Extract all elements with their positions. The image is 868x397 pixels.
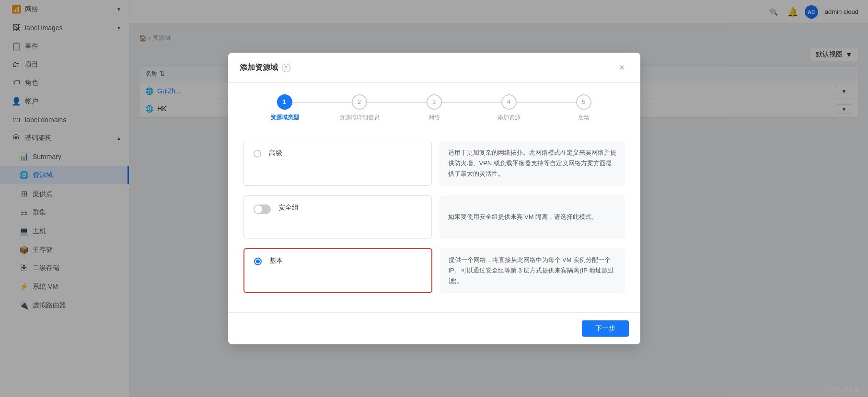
option-desc-basic: 提供一个网络，将直接从此网络中为每个 VM 实例分配一个 IP。可以通过安全组等… (440, 248, 625, 293)
step-label-4: 启动 (578, 113, 590, 122)
option-card-advanced[interactable]: 高级 (243, 141, 432, 186)
option-desc-advanced: 适用于更加复杂的网络拓扑。此网络模式在定义来宾网络并提供防火墙、VPN 或负载平… (440, 141, 625, 186)
modal-title: 添加资源域 ? (240, 63, 290, 73)
step-circle-3: 4 (501, 94, 517, 110)
option-label-advanced: 高级 (269, 149, 282, 158)
step-circle-1: 2 (352, 94, 367, 110)
step-2: 3 网络 (397, 94, 472, 122)
option-row-basic: 基本 提供一个网络，将直接从此网络中为每个 VM 实例分配一个 IP。可以通过安… (243, 248, 625, 293)
step-label-2: 网络 (428, 113, 440, 122)
modal-body: 高级 适用于更加复杂的网络拓扑。此网络模式在定义来宾网络并提供防火墙、VPN 或… (228, 131, 640, 313)
step-3: 4 添加资源 (472, 94, 546, 122)
next-button[interactable]: 下一步 (582, 320, 629, 337)
radio-advanced[interactable] (254, 150, 261, 158)
modal-header: 添加资源域 ? × (228, 53, 640, 83)
step-label-0: 资源域类型 (270, 113, 299, 122)
option-label-security-group: 安全组 (278, 204, 299, 212)
modal-overlay: 添加资源域 ? × 1 资源域类型2 资源域详细信息3 网络4 添加资源5 启动… (0, 0, 868, 397)
step-1: 2 资源域详细信息 (322, 94, 397, 122)
steps-container: 1 资源域类型2 资源域详细信息3 网络4 添加资源5 启动 (228, 83, 640, 131)
option-label-basic: 基本 (269, 257, 283, 265)
close-button[interactable]: × (615, 61, 629, 75)
step-circle-0: 1 (277, 94, 292, 110)
step-4: 5 启动 (546, 94, 621, 122)
radio-basic[interactable] (254, 258, 262, 265)
step-circle-2: 3 (427, 94, 442, 110)
option-card-security-group[interactable]: 安全组 (243, 195, 432, 238)
option-row-advanced: 高级 适用于更加复杂的网络拓扑。此网络模式在定义来宾网络并提供防火墙、VPN 或… (243, 141, 625, 186)
step-0: 1 资源域类型 (247, 94, 322, 122)
toggle-security-group[interactable] (254, 204, 271, 214)
step-circle-4: 5 (576, 94, 591, 110)
step-label-3: 添加资源 (498, 113, 521, 122)
watermark: CSDN @旅途… (827, 386, 864, 393)
option-card-basic[interactable]: 基本 (243, 248, 432, 293)
add-resource-domain-modal: 添加资源域 ? × 1 资源域类型2 资源域详细信息3 网络4 添加资源5 启动… (228, 53, 640, 345)
modal-footer: 下一步 (228, 312, 640, 344)
help-icon[interactable]: ? (282, 64, 290, 72)
step-label-1: 资源域详细信息 (339, 113, 380, 122)
option-desc-security-group: 如果要使用安全组提供来宾 VM 隔离，请选择此模式。 (440, 195, 625, 238)
option-row-security-group: 安全组 如果要使用安全组提供来宾 VM 隔离，请选择此模式。 (243, 195, 625, 238)
